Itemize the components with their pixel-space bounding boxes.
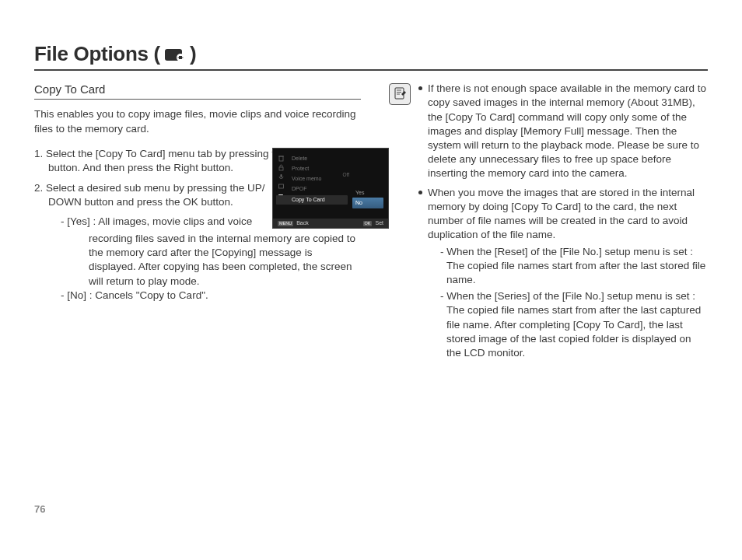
note-text: If there is not enough space available i…: [428, 82, 706, 179]
lcd-back-key: MENU: [278, 221, 293, 226]
svg-rect-3: [177, 57, 183, 58]
note-item: If there is not enough space available i…: [418, 82, 708, 181]
option-no-text: Cancels "Copy to Card".: [95, 289, 208, 301]
lcd-menu-item: Delete: [292, 155, 348, 163]
svg-rect-8: [279, 156, 283, 161]
note-item: When you move the images that are stored…: [418, 186, 708, 361]
option-yes-label: - [Yes] :: [61, 215, 96, 227]
note-sub-item: - When the [Reset] of the [File No.] set…: [437, 245, 708, 288]
lcd-submenu-no: No: [352, 198, 383, 208]
lcd-submenu-yes: Yes: [352, 187, 383, 198]
lcd-menu-item-active: Copy To Card: [276, 195, 348, 205]
svg-rect-12: [279, 184, 284, 188]
lcd-set-label: Set: [375, 219, 383, 226]
note-icon: [389, 83, 411, 105]
note-text: When you move the images that are stored…: [428, 187, 695, 241]
lcd-set-key: OK: [363, 221, 373, 226]
step-num: 1.: [34, 148, 43, 159]
note-sub-item: - When the [Series] of the [File No.] se…: [437, 289, 708, 360]
option-yes-intro: All images, movie clips and voice: [98, 215, 252, 227]
svg-rect-11: [281, 174, 282, 177]
mic-icon: [278, 173, 285, 180]
page-title: File Options ( ): [34, 40, 708, 68]
step-num: 2.: [34, 182, 43, 194]
lcd-back-label: Back: [296, 219, 309, 226]
dpof-icon: [278, 183, 285, 190]
section-heading: Copy To Card: [34, 82, 361, 100]
option-yes-cont: recording files saved in the internal me…: [34, 232, 361, 289]
option-no: - [No] : Cancels "Copy to Card".: [61, 289, 361, 303]
lcd-menu-item: Voice memo: [292, 175, 348, 183]
title-prefix: File Options (: [34, 40, 160, 68]
trash-icon: [278, 155, 285, 162]
title-suffix: ): [190, 40, 196, 68]
page-number: 76: [34, 502, 45, 516]
note-box: If there is not enough space available i…: [389, 82, 708, 365]
file-options-icon: [165, 47, 185, 61]
lcd-menu-item: Protect: [292, 165, 348, 173]
step-text: Select a desired sub menu by pressing th…: [46, 182, 264, 208]
section-intro: This enables you to copy image files, mo…: [34, 107, 361, 135]
svg-rect-10: [279, 167, 283, 170]
lcd-menu-item: DPOF: [292, 185, 348, 193]
lcd-submenu: Yes No: [352, 187, 383, 208]
lcd-value-off: Off: [342, 172, 349, 179]
option-no-label: - [No] :: [61, 289, 93, 301]
camera-lcd-screenshot: Delete Protect Voice memo DPOF Copy To C…: [272, 148, 389, 229]
lock-icon: [278, 164, 285, 171]
